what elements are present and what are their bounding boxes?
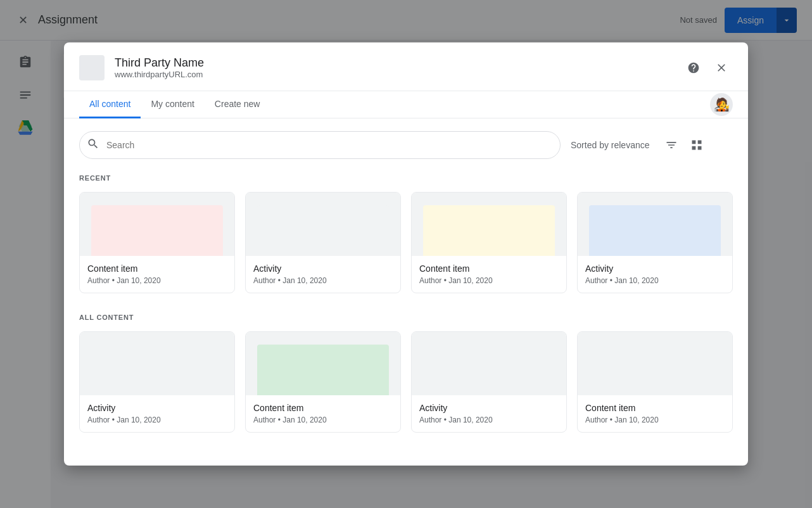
card-thumbnail (80, 193, 234, 256)
tab-my-content[interactable]: My content (141, 91, 204, 118)
recent-section: RECENT Content item Author • Jan 10, 202… (79, 174, 733, 293)
tab-all-content[interactable]: All content (79, 91, 141, 118)
list-item[interactable]: Content item Author • Jan 10, 2020 (411, 192, 567, 293)
user-avatar[interactable]: 🧑‍🎤 (710, 93, 733, 116)
card-meta: Author • Jan 10, 2020 (585, 416, 725, 424)
modal-overlay: Third Party Name www.thirdpartyURL.com A… (0, 0, 812, 508)
list-item[interactable]: Activity Author • Jan 10, 2020 (245, 192, 401, 293)
filter-icon[interactable] (660, 134, 683, 156)
recent-cards-grid: Content item Author • Jan 10, 2020 Activ… (79, 192, 733, 293)
list-item[interactable]: Content item Author • Jan 10, 2020 (577, 331, 733, 433)
card-info: Activity Author • Jan 10, 2020 (578, 256, 732, 293)
card-title: Activity (419, 403, 559, 413)
card-thumbnail (80, 332, 234, 395)
provider-url: www.thirdpartyURL.com (115, 70, 672, 79)
search-input[interactable] (79, 131, 561, 159)
card-thumbnail (412, 193, 566, 256)
card-meta: Author • Jan 10, 2020 (87, 276, 227, 285)
card-title: Activity (253, 264, 393, 274)
modal-tabs: All content My content Create new 🧑‍🎤 (64, 91, 748, 118)
help-icon (687, 61, 700, 74)
modal-header-icons (682, 56, 733, 79)
grid-view-icon[interactable] (685, 134, 708, 156)
card-title: Content item (419, 264, 559, 274)
card-title: Activity (585, 264, 725, 274)
card-title: Content item (87, 264, 227, 274)
card-info: Content item Author • Jan 10, 2020 (578, 395, 732, 432)
provider-name: Third Party Name (115, 56, 672, 70)
search-container (79, 131, 561, 159)
card-info: Activity Author • Jan 10, 2020 (80, 395, 234, 432)
all-content-label: ALL CONTENT (79, 314, 733, 321)
card-info: Activity Author • Jan 10, 2020 (246, 256, 400, 293)
all-content-cards-grid: Activity Author • Jan 10, 2020 Content i… (79, 331, 733, 433)
card-thumbnail (246, 332, 400, 395)
card-title: Content item (585, 403, 725, 413)
card-meta: Author • Jan 10, 2020 (87, 416, 227, 424)
card-title: Content item (253, 403, 393, 413)
provider-logo (79, 55, 105, 80)
list-item[interactable]: Content item Author • Jan 10, 2020 (79, 192, 235, 293)
list-item[interactable]: Content item Author • Jan 10, 2020 (245, 331, 401, 433)
help-button[interactable] (682, 56, 705, 79)
list-item[interactable]: Activity Author • Jan 10, 2020 (577, 192, 733, 293)
card-meta: Author • Jan 10, 2020 (419, 276, 559, 285)
sort-label: Sorted by relevance (571, 140, 650, 150)
card-info: Activity Author • Jan 10, 2020 (412, 395, 566, 432)
toolbar-icons (660, 134, 708, 156)
modal-close-button[interactable] (710, 56, 733, 79)
card-meta: Author • Jan 10, 2020 (253, 416, 393, 424)
card-thumbnail (246, 193, 400, 256)
tab-create-new[interactable]: Create new (205, 91, 270, 118)
modal: Third Party Name www.thirdpartyURL.com A… (64, 42, 748, 466)
search-bar-row: Sorted by relevance (79, 131, 733, 159)
card-info: Content item Author • Jan 10, 2020 (80, 256, 234, 293)
card-thumbnail (412, 332, 566, 395)
card-thumbnail (578, 332, 732, 395)
modal-title-block: Third Party Name www.thirdpartyURL.com (115, 56, 672, 79)
list-item[interactable]: Activity Author • Jan 10, 2020 (411, 331, 567, 433)
card-meta: Author • Jan 10, 2020 (585, 276, 725, 285)
card-meta: Author • Jan 10, 2020 (253, 276, 393, 285)
close-icon (715, 61, 728, 74)
recent-label: RECENT (79, 174, 733, 182)
modal-header: Third Party Name www.thirdpartyURL.com (64, 42, 748, 91)
list-item[interactable]: Activity Author • Jan 10, 2020 (79, 331, 235, 433)
card-meta: Author • Jan 10, 2020 (419, 416, 559, 424)
card-info: Content item Author • Jan 10, 2020 (246, 395, 400, 432)
card-info: Content item Author • Jan 10, 2020 (412, 256, 566, 293)
card-thumbnail (578, 193, 732, 256)
all-content-section: ALL CONTENT Activity Author • Jan 10, 20… (79, 314, 733, 433)
modal-body: Sorted by relevance RECENT (64, 118, 748, 466)
card-title: Activity (87, 403, 227, 413)
